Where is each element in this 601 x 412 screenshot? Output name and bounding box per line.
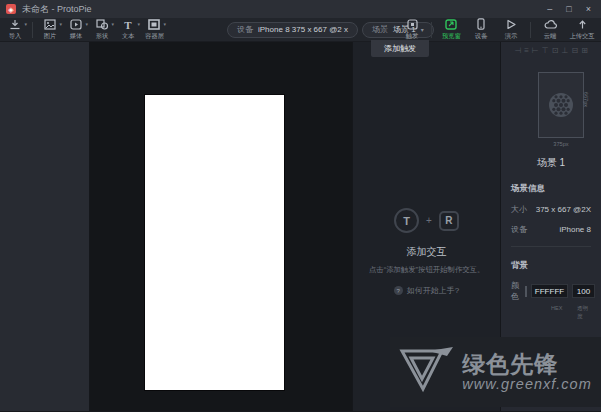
distribute-h-icon[interactable]: ⊟	[571, 47, 578, 55]
play-icon	[506, 19, 516, 30]
svg-text:T: T	[124, 19, 132, 30]
text-icon: T	[122, 19, 134, 30]
import-button[interactable]: ▾ 导入	[2, 18, 28, 41]
opacity-caption: 透明度	[577, 305, 589, 320]
toolbar-separator	[431, 22, 432, 38]
canvas[interactable]	[90, 42, 352, 411]
chevron-down-icon: ▾	[137, 21, 140, 27]
align-middle-icon[interactable]: ⊡	[552, 47, 559, 55]
watermark-url: www.greenxf.com	[462, 376, 591, 392]
device-pill[interactable]: 设备 iPhone 8 375 x 667 @2 x	[227, 22, 358, 38]
titlebar: ◈ 未命名 - ProtoPie – □ ×	[0, 0, 601, 18]
size-row: 大小 375 x 667 @2X	[511, 204, 591, 215]
cloud-button[interactable]: 云端	[535, 18, 565, 41]
plus-icon: +	[426, 215, 432, 226]
app-icon: ◈	[6, 4, 16, 14]
align-tools-row: ⊣ ≡ ⊢ ⊤ ⊡ ⊥ ⊟ ⊞	[501, 44, 601, 58]
align-center-icon[interactable]: ≡	[524, 47, 529, 55]
opacity-input[interactable]	[572, 284, 595, 298]
import-icon	[9, 19, 21, 30]
color-row: 颜色	[511, 280, 591, 302]
dotted-circle-icon	[547, 91, 575, 119]
thumb-height-label: 667px	[583, 92, 589, 107]
preview-window-icon	[445, 19, 457, 30]
window-controls: – □ ×	[547, 5, 595, 14]
text-button[interactable]: T ▾ 文本	[115, 18, 141, 41]
align-left-icon[interactable]: ⊣	[514, 47, 521, 55]
chevron-down-icon: ▾	[111, 21, 114, 27]
shape-icon	[96, 19, 109, 30]
empty-state-hint: 点击“添加触发”按钮开始制作交互。	[369, 264, 484, 274]
watermark: 绿色先锋 www.greenxf.com	[390, 337, 601, 407]
cloud-icon	[544, 19, 557, 30]
scene-name: 场景 1	[501, 156, 601, 170]
watermark-text: 绿色先锋 www.greenxf.com	[462, 352, 591, 392]
play-button[interactable]: 演示	[496, 18, 526, 41]
distribute-v-icon[interactable]: ⊞	[581, 47, 588, 55]
color-swatch[interactable]	[525, 286, 527, 297]
toolbar-right-group: 触发 预览窗 设备 演示	[397, 18, 599, 41]
response-r-badge: R	[439, 211, 459, 231]
help-link-label: 如何开始上手?	[407, 285, 459, 296]
layers-panel	[0, 42, 90, 411]
app-window: ◈ 未命名 - ProtoPie – □ × ▾ 导入 ▾ 图片	[0, 0, 601, 412]
image-icon	[44, 19, 56, 30]
shape-button[interactable]: ▾ 形状	[89, 18, 115, 41]
size-label: 大小	[511, 204, 527, 215]
image-button[interactable]: ▾ 图片	[37, 18, 63, 41]
question-icon: ?	[394, 286, 403, 295]
chevron-down-icon: ▾	[24, 21, 27, 27]
help-link[interactable]: ? 如何开始上手?	[394, 285, 459, 296]
chevron-down-icon: ▾	[163, 21, 166, 27]
toolbar-separator	[32, 22, 33, 38]
hex-input[interactable]	[531, 284, 568, 298]
color-label: 颜色	[511, 280, 519, 302]
toolbar: ▾ 导入 ▾ 图片 ▾ 媒体 ▾	[0, 18, 601, 42]
scene-info-header: 场景信息	[511, 183, 591, 195]
hex-caption: HEX	[551, 305, 562, 320]
device-label: 设备	[511, 224, 527, 235]
toolbar-separator	[530, 22, 531, 38]
chevron-down-icon: ▾	[85, 21, 88, 27]
thumb-width-label: 375px	[543, 142, 580, 148]
scene-info-section: 场景信息 大小 375 x 667 @2X 设备 iPhone 8 背景 颜色	[501, 183, 601, 322]
empty-state-title: 添加交互	[407, 245, 447, 259]
close-button[interactable]: ×	[586, 5, 591, 14]
upload-icon	[577, 19, 588, 30]
artboard[interactable]	[145, 95, 284, 390]
scene-thumbnail-wrap: 667px 375px	[538, 72, 584, 138]
watermark-brand: 绿色先锋	[462, 352, 591, 376]
empty-state: T + R 添加交互 点击“添加触发”按钮开始制作交互。 ? 如何开始上手?	[353, 208, 500, 296]
size-value: 375 x 667 @2X	[536, 205, 591, 214]
maximize-button[interactable]: □	[566, 5, 571, 14]
container-button[interactable]: ▾ 容器层	[141, 18, 167, 41]
trigger-icon	[407, 19, 418, 30]
preview-window-button[interactable]: 预览窗	[436, 18, 466, 41]
device-value: iPhone 8	[559, 225, 591, 234]
trigger-button[interactable]: 触发	[397, 18, 427, 41]
greenxf-logo-icon	[399, 345, 455, 399]
align-right-icon[interactable]: ⊢	[532, 47, 539, 55]
window-title: 未命名 - ProtoPie	[22, 3, 92, 16]
align-bottom-icon[interactable]: ⊥	[561, 47, 568, 55]
chevron-down-icon: ▾	[59, 21, 62, 27]
trigger-badges: T + R	[394, 208, 459, 233]
toolbar-left-group: ▾ 导入 ▾ 图片 ▾ 媒体 ▾	[0, 18, 167, 41]
section-divider	[511, 246, 591, 247]
container-icon	[148, 19, 160, 30]
device-icon	[477, 19, 485, 30]
media-button[interactable]: ▾ 媒体	[63, 18, 89, 41]
upload-button[interactable]: 上传交互	[565, 18, 599, 41]
device-button[interactable]: 设备	[466, 18, 496, 41]
add-trigger-button[interactable]: 添加触发	[371, 40, 429, 57]
device-row: 设备 iPhone 8	[511, 224, 591, 235]
media-icon	[70, 19, 82, 30]
scene-thumbnail[interactable]	[538, 72, 584, 138]
background-header: 背景	[511, 260, 591, 272]
field-captions: HEX 透明度	[511, 304, 591, 322]
minimize-button[interactable]: –	[547, 5, 552, 14]
trigger-t-badge: T	[394, 208, 419, 233]
align-top-icon[interactable]: ⊤	[542, 47, 549, 55]
